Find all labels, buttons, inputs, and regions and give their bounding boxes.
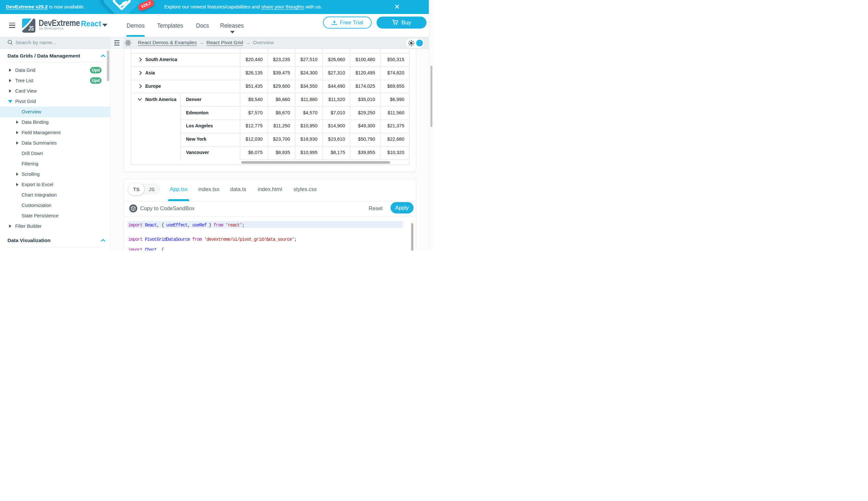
svg-text:JS: JS [29,24,34,32]
